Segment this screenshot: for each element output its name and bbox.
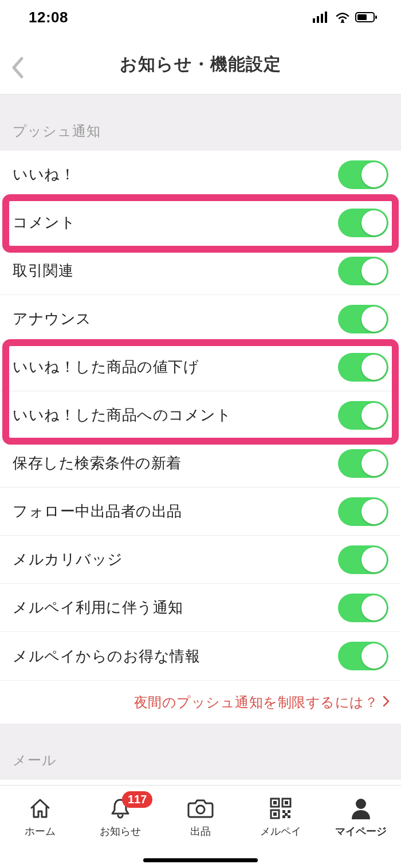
signal-icon — [313, 11, 330, 23]
status-bar: 12:08 — [0, 0, 401, 34]
night-push-link[interactable]: 夜間のプッシュ通知を制限するには？ — [0, 680, 401, 724]
svg-rect-1 — [317, 16, 319, 23]
setting-label: メルペイからのお得な情報 — [13, 646, 200, 666]
setting-label: フォロー中出品者の出品 — [13, 501, 182, 521]
setting-row-merpay-deals: メルペイからのお得な情報 — [0, 632, 401, 680]
setting-label: 取引関連 — [13, 261, 73, 281]
toggle-merpay-deals[interactable] — [338, 642, 388, 670]
setting-row-like: いいね！ — [0, 151, 401, 199]
chevron-left-icon — [10, 56, 24, 79]
setting-row-merpay-usage: メルペイ利用に伴う通知 — [0, 584, 401, 632]
toggle-following[interactable] — [338, 497, 388, 526]
toggle-like[interactable] — [338, 160, 388, 189]
setting-row-comment: コメント — [0, 199, 401, 247]
svg-point-20 — [356, 799, 366, 809]
person-icon — [349, 796, 372, 820]
notification-badge: 117 — [122, 791, 152, 808]
toggle-announce[interactable] — [338, 305, 388, 333]
page-title: お知らせ・機能設定 — [0, 53, 401, 76]
tab-label: 出品 — [190, 824, 211, 838]
setting-row-liked-comment: いいね！した商品へのコメント — [0, 391, 401, 439]
tab-label: ホーム — [25, 824, 56, 838]
section-header-push: プッシュ通知 — [0, 95, 401, 151]
tab-label: お知らせ — [100, 824, 141, 838]
svg-rect-2 — [321, 14, 323, 23]
setting-label: コメント — [13, 213, 76, 233]
setting-label: アナウンス — [13, 309, 92, 329]
camera-icon — [187, 796, 214, 820]
toggle-transaction[interactable] — [338, 257, 388, 285]
svg-rect-19 — [288, 815, 290, 818]
svg-rect-14 — [273, 812, 277, 816]
svg-rect-7 — [375, 15, 377, 19]
tab-notifications[interactable]: 117 お知らせ — [83, 796, 158, 868]
toggle-liked-comment[interactable] — [338, 401, 388, 430]
toggle-merpay-usage[interactable] — [338, 594, 388, 622]
setting-row-following: フォロー中出品者の出品 — [0, 488, 401, 536]
home-icon — [28, 796, 52, 820]
home-indicator[interactable] — [143, 858, 258, 862]
tab-home[interactable]: ホーム — [3, 796, 77, 868]
setting-label: 保存した検索条件の新着 — [13, 453, 182, 473]
toggle-price-drop[interactable] — [338, 353, 388, 382]
status-icons — [313, 11, 378, 23]
chevron-right-icon — [383, 694, 390, 710]
header: お知らせ・機能設定 — [0, 34, 401, 95]
setting-label: いいね！ — [13, 164, 75, 184]
setting-row-announce: アナウンス — [0, 295, 401, 343]
setting-label: いいね！した商品へのコメント — [13, 405, 231, 425]
svg-rect-16 — [288, 810, 290, 813]
tab-merpay[interactable]: メルペイ — [243, 796, 318, 868]
status-time: 12:08 — [29, 9, 68, 26]
section-header-mail: メール — [0, 724, 401, 780]
setting-row-transaction: 取引関連 — [0, 247, 401, 295]
tab-mypage[interactable]: マイページ — [324, 796, 398, 868]
qr-icon — [269, 797, 292, 820]
setting-label: いいね！した商品の値下げ — [13, 357, 199, 377]
setting-row-saved-search: 保存した検索条件の新着 — [0, 439, 401, 488]
tab-sell[interactable]: 出品 — [163, 796, 238, 868]
setting-row-badge: メルカリバッジ — [0, 536, 401, 584]
svg-rect-12 — [285, 801, 288, 804]
setting-row-price-drop: いいね！した商品の値下げ — [0, 343, 401, 391]
wifi-icon — [335, 11, 351, 23]
svg-rect-10 — [273, 801, 277, 804]
back-button[interactable] — [10, 56, 24, 81]
svg-rect-3 — [325, 11, 327, 23]
svg-point-8 — [196, 806, 205, 814]
toggle-saved-search[interactable] — [338, 449, 388, 478]
toggle-comment[interactable] — [338, 209, 388, 237]
tab-label: マイページ — [335, 824, 387, 838]
push-settings-list: いいね！ コメント 取引関連 アナウンス いいね！した商品の値下げ いいね！した… — [0, 151, 401, 680]
setting-label: メルペイ利用に伴う通知 — [13, 598, 183, 618]
setting-label: メルカリバッジ — [13, 549, 123, 569]
night-push-link-text: 夜間のプッシュ通知を制限するには？ — [134, 693, 379, 712]
toggle-badge[interactable] — [338, 545, 388, 574]
tab-bar: ホーム 117 お知らせ 出品 メルペイ マイページ — [0, 785, 401, 868]
svg-rect-6 — [357, 14, 367, 20]
tab-label: メルペイ — [260, 824, 301, 838]
svg-rect-15 — [282, 810, 285, 813]
svg-point-4 — [341, 19, 344, 22]
svg-rect-0 — [313, 18, 315, 23]
svg-rect-18 — [282, 815, 285, 818]
battery-icon — [355, 11, 378, 23]
